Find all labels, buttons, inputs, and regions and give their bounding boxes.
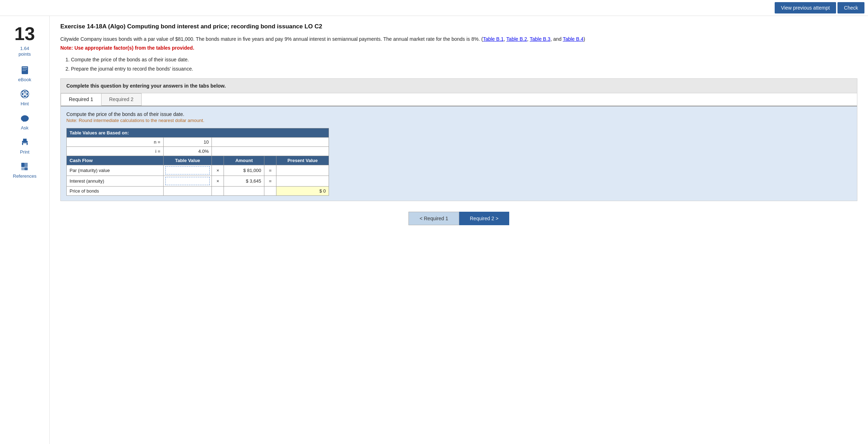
main-layout: 13 1.64 points eBook Hint Ask xyxy=(0,16,868,444)
hint-label: Hint xyxy=(21,101,29,106)
sidebar: 13 1.64 points eBook Hint Ask xyxy=(0,16,50,444)
sidebar-item-ebook[interactable]: eBook xyxy=(18,64,31,82)
table-header-row: Table Values are Based on: xyxy=(67,128,329,137)
col-header-mult xyxy=(212,156,224,165)
interest-multiply: × xyxy=(212,176,224,186)
print-icon xyxy=(19,136,31,148)
sidebar-item-ask[interactable]: Ask xyxy=(19,112,31,131)
table-header-cell: Table Values are Based on: xyxy=(67,128,329,137)
complete-banner: Complete this question by entering your … xyxy=(60,78,857,93)
price-bonds-value-cell: $ 0 xyxy=(276,186,329,195)
table-b2-link[interactable]: Table B.2 xyxy=(506,36,527,42)
exercise-title: Exercise 14-18A (Algo) Computing bond in… xyxy=(60,23,857,30)
col-header-cashflow: Cash Flow xyxy=(67,156,164,165)
req1-nav-button[interactable]: < Required 1 xyxy=(408,212,459,225)
price-bonds-empty4 xyxy=(264,186,276,195)
svg-rect-13 xyxy=(23,143,27,146)
ask-label: Ask xyxy=(21,125,29,131)
col-header-eq xyxy=(264,156,276,165)
price-bonds-empty3 xyxy=(224,186,264,195)
interest-dollar: $ xyxy=(246,178,248,184)
ebook-label: eBook xyxy=(18,77,31,82)
table-b1-link[interactable]: Table B.1 xyxy=(483,36,504,42)
ask-icon xyxy=(19,112,31,124)
par-dollar: $ xyxy=(243,168,246,173)
check-button[interactable]: Check xyxy=(837,2,864,13)
interest-label: Interest (annuity) xyxy=(67,176,164,186)
svg-point-9 xyxy=(21,115,29,122)
svg-rect-3 xyxy=(22,70,26,71)
price-bonds-label: Price of bonds xyxy=(67,186,164,195)
table-values: Table Values are Based on: n = 10 i = 4.… xyxy=(66,128,329,196)
hint-icon xyxy=(19,88,31,100)
col-headers-row: Cash Flow Table Value Amount Present Val… xyxy=(67,156,329,165)
par-row: Par (maturity) value × $ 81,000 = xyxy=(67,165,329,176)
tab-required2[interactable]: Required 2 xyxy=(101,93,142,106)
content-area: Exercise 14-18A (Algo) Computing bond in… xyxy=(50,16,868,444)
instructions-list: Compute the price of the bonds as of the… xyxy=(71,56,857,73)
req2-nav-button[interactable]: Required 2 > xyxy=(459,212,509,225)
sidebar-item-references[interactable]: References xyxy=(13,160,36,179)
n-empty xyxy=(212,137,329,146)
n-row: n = 10 xyxy=(67,137,329,146)
top-bar: View previous attempt Check xyxy=(0,0,868,16)
i-empty xyxy=(212,146,329,156)
problem-text: Citywide Company issues bonds with a par… xyxy=(60,35,857,43)
col-header-amount: Amount xyxy=(224,156,264,165)
price-bonds-dollar: $ xyxy=(319,188,322,194)
par-table-value-input[interactable] xyxy=(165,166,210,174)
question-number: 13 xyxy=(15,23,35,44)
references-label: References xyxy=(13,173,36,179)
svg-rect-16 xyxy=(24,163,28,167)
tab-note-red: Note: Round intermediate calculations to… xyxy=(66,118,851,123)
table-b4-link[interactable]: Table B.4 xyxy=(563,36,583,42)
i-row: i = 4.0% xyxy=(67,146,329,156)
col-header-pv: Present Value xyxy=(276,156,329,165)
price-bonds-empty2 xyxy=(212,186,224,195)
par-amount-cell: $ 81,000 xyxy=(224,165,264,176)
svg-rect-1 xyxy=(22,67,27,68)
svg-rect-12 xyxy=(23,139,27,141)
interest-amount: 3,645 xyxy=(250,178,262,184)
view-previous-attempt-button[interactable]: View previous attempt xyxy=(775,2,836,13)
par-amount: 81,000 xyxy=(247,168,261,173)
price-bonds-value: 0 xyxy=(323,188,326,194)
table-b3-link[interactable]: Table B.3 xyxy=(530,36,550,42)
sidebar-item-print[interactable]: Print xyxy=(19,136,31,155)
svg-rect-14 xyxy=(22,142,28,143)
tab-content: Compute the price of the bonds as of the… xyxy=(61,106,857,201)
par-label: Par (maturity) value xyxy=(67,165,164,176)
par-multiply: × xyxy=(212,165,224,176)
i-value: 4.0% xyxy=(163,146,211,156)
par-equals: = xyxy=(264,165,276,176)
n-value: 10 xyxy=(163,137,211,146)
interest-table-value-input[interactable] xyxy=(165,177,210,185)
sidebar-item-hint[interactable]: Hint xyxy=(19,88,31,106)
tabs-container: Required 1 Required 2 Compute the price … xyxy=(60,93,857,201)
interest-row: Interest (annuity) × $ 3,645 = xyxy=(67,176,329,186)
note-red: Note: Use appropriate factor(s) from the… xyxy=(60,45,857,51)
par-table-value-cell xyxy=(163,165,211,176)
nav-buttons: < Required 1 Required 2 > xyxy=(60,212,857,225)
interest-equals: = xyxy=(264,176,276,186)
interest-amount-cell: $ 3,645 xyxy=(224,176,264,186)
price-bonds-empty1 xyxy=(163,186,211,195)
svg-rect-2 xyxy=(22,69,27,70)
table-section: Table Values are Based on: n = 10 i = 4.… xyxy=(66,128,851,196)
i-label: i = xyxy=(67,146,164,156)
tabs-header: Required 1 Required 2 xyxy=(61,93,857,106)
svg-rect-15 xyxy=(21,163,24,167)
svg-rect-18 xyxy=(24,167,28,170)
price-bonds-row: Price of bonds $ 0 xyxy=(67,186,329,195)
n-label: n = xyxy=(67,137,164,146)
print-label: Print xyxy=(20,149,29,155)
instruction-1: Compute the price of the bonds as of the… xyxy=(71,56,857,64)
references-icon xyxy=(18,160,31,172)
points-label: 1.64 points xyxy=(18,46,31,57)
svg-rect-17 xyxy=(21,167,24,170)
book-icon xyxy=(19,64,31,76)
col-header-tablevalue: Table Value xyxy=(163,156,211,165)
tab-required1[interactable]: Required 1 xyxy=(61,93,101,106)
par-pv-cell xyxy=(276,165,329,176)
tab-instruction: Compute the price of the bonds as of the… xyxy=(66,111,851,117)
